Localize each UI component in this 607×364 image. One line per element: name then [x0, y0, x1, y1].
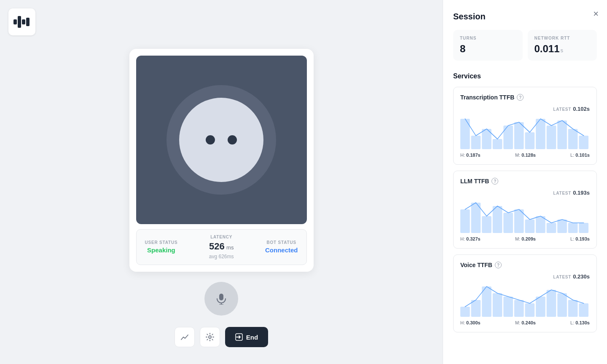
service-name: Voice TTFB [460, 262, 492, 268]
service-footer: H: 0.187s M: 0.128s L: 0.101s [460, 153, 590, 158]
svg-rect-17 [547, 126, 556, 149]
chart-button[interactable] [175, 327, 195, 347]
latency-label: LATENCY [210, 235, 232, 239]
svg-rect-25 [503, 213, 513, 233]
latency-unit: ms [226, 244, 234, 251]
status-bar: USER STATUS Speaking LATENCY 526 ms avg … [136, 229, 307, 265]
svg-rect-27 [525, 219, 535, 233]
svg-rect-1 [18, 16, 21, 28]
svg-rect-18 [557, 120, 567, 149]
h-stat: H: 0.187s [460, 153, 481, 158]
close-button[interactable]: × [593, 8, 599, 19]
svg-rect-15 [525, 132, 535, 149]
session-stats: TURNS 8 NETWORK RTT 0.011s [453, 30, 597, 61]
svg-rect-24 [493, 206, 502, 233]
bot-status-label: BOT STATUS [267, 240, 296, 245]
bot-inner-circle [179, 98, 263, 182]
user-status-label: USER STATUS [145, 240, 178, 245]
chart-svg [460, 283, 590, 317]
svg-rect-34 [471, 300, 481, 317]
service-header: Transcription TTFB ? [460, 94, 590, 101]
help-icon[interactable]: ? [495, 262, 502, 268]
svg-rect-41 [547, 290, 556, 317]
svg-rect-0 [13, 19, 17, 24]
turns-label: TURNS [460, 36, 516, 40]
m-stat: M: 0.128s [515, 153, 536, 158]
rtt-card: NETWORK RTT 0.011s [528, 30, 597, 61]
svg-rect-32 [579, 223, 588, 233]
latest-value: 0.230s [573, 273, 590, 280]
svg-rect-40 [536, 297, 545, 317]
svg-rect-19 [568, 129, 578, 149]
l-stat: L: 0.101s [570, 153, 590, 158]
user-status-value: Speaking [147, 246, 175, 254]
latency-col: LATENCY 526 ms avg 626ms [209, 235, 234, 260]
svg-rect-39 [525, 303, 535, 317]
service-card-0: Transcription TTFB ? LATEST 0.102s H: 0.… [453, 87, 597, 165]
svg-rect-28 [536, 216, 545, 233]
m-stat: M: 0.209s [515, 236, 536, 241]
chart-area [460, 199, 590, 233]
logo-icon [13, 16, 30, 28]
latest-value: 0.193s [573, 190, 590, 196]
chart-svg [460, 199, 590, 233]
settings-button[interactable] [200, 327, 220, 347]
bot-status-col: BOT STATUS Connected [265, 240, 298, 254]
logo-box [8, 8, 35, 35]
rtt-label: NETWORK RTT [534, 36, 591, 40]
svg-rect-23 [482, 216, 492, 233]
service-header: LLM TTFB ? [460, 178, 590, 185]
mic-icon [215, 293, 227, 305]
end-button[interactable]: End [225, 327, 268, 347]
turns-card: TURNS 8 [453, 30, 523, 61]
end-label: End [246, 334, 258, 341]
end-icon [235, 333, 243, 341]
service-latest-row: LATEST 0.102s [460, 106, 590, 112]
right-panel: × Session TURNS 8 NETWORK RTT 0.011s Ser… [443, 0, 607, 364]
bot-eye-right [228, 135, 237, 145]
m-stat: M: 0.240s [515, 320, 536, 325]
latency-display: 526 ms [209, 241, 234, 252]
latest-value: 0.102s [573, 106, 590, 112]
svg-rect-20 [579, 136, 588, 149]
services-title: Services [453, 72, 597, 80]
latest-label: LATEST [553, 191, 571, 195]
svg-rect-44 [579, 303, 588, 317]
bot-status-value: Connected [265, 246, 298, 254]
service-footer: H: 0.300s M: 0.240s L: 0.130s [460, 320, 590, 325]
service-footer: H: 0.327s M: 0.209s L: 0.193s [460, 236, 590, 241]
rtt-display: 0.011s [534, 43, 591, 55]
service-latest-row: LATEST 0.193s [460, 190, 590, 196]
bot-outer-ring [167, 85, 276, 195]
svg-rect-3 [26, 18, 30, 26]
user-status-col: USER STATUS Speaking [145, 240, 178, 254]
svg-rect-4 [219, 294, 223, 300]
svg-rect-43 [568, 300, 578, 317]
svg-point-7 [209, 336, 211, 338]
svg-rect-10 [471, 136, 481, 149]
svg-rect-31 [568, 223, 578, 233]
l-stat: L: 0.193s [570, 236, 590, 241]
service-card-1: LLM TTFB ? LATEST 0.193s H: 0.327s M: 0.… [453, 171, 597, 249]
mic-button[interactable] [204, 282, 238, 316]
svg-rect-33 [460, 307, 470, 317]
latest-label: LATEST [553, 107, 571, 112]
svg-rect-14 [514, 122, 524, 149]
svg-rect-21 [460, 209, 470, 233]
service-name: Transcription TTFB [460, 94, 514, 101]
service-name: LLM TTFB [460, 178, 489, 185]
bot-eye-left [206, 135, 215, 145]
h-stat: H: 0.300s [460, 320, 481, 325]
service-latest-row: LATEST 0.230s [460, 273, 590, 280]
chart-area [460, 283, 590, 317]
svg-rect-2 [22, 19, 25, 24]
latency-value: 526 [209, 241, 225, 252]
help-icon[interactable]: ? [492, 178, 498, 185]
bot-face [136, 56, 307, 224]
svg-rect-29 [547, 223, 556, 233]
help-icon[interactable]: ? [517, 94, 524, 101]
l-stat: L: 0.130s [570, 320, 590, 325]
svg-rect-9 [460, 119, 470, 149]
chart-icon [180, 333, 189, 341]
turns-value: 8 [460, 43, 516, 55]
